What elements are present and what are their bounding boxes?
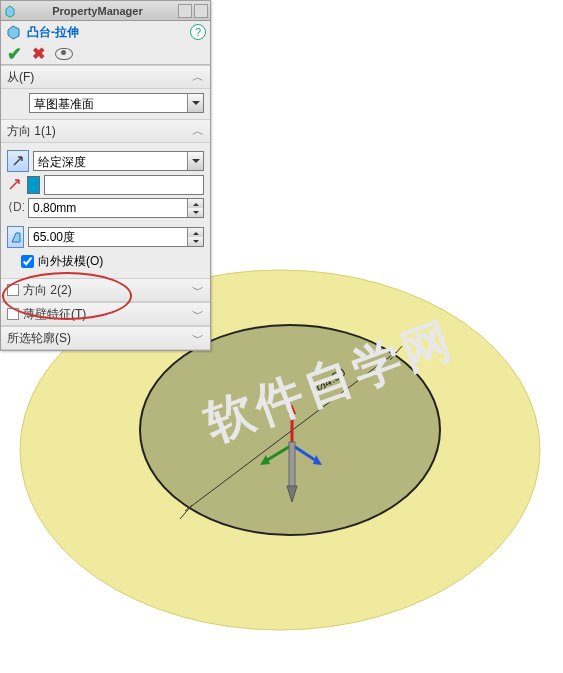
draft-angle-field[interactable] — [28, 227, 204, 247]
spin-up-button[interactable] — [188, 228, 203, 237]
direction-ref-input[interactable] — [45, 176, 203, 194]
direction-ref-field[interactable] — [44, 175, 204, 195]
feature-title-row: 凸台-拉伸 ? — [1, 21, 210, 43]
svg-marker-14 — [8, 26, 19, 39]
thin-label: 薄壁特征(T) — [23, 306, 86, 323]
preview-icon[interactable] — [55, 48, 73, 60]
svg-rect-11 — [289, 442, 295, 487]
draft-outward-label: 向外拔模(O) — [38, 253, 103, 270]
chevron-down-icon: ﹀ — [192, 282, 204, 299]
end-condition-value: 给定深度 — [34, 152, 187, 170]
chevron-down-icon: ﹀ — [192, 306, 204, 323]
chevron-down-icon: ﹀ — [192, 330, 204, 347]
spin-up-button[interactable] — [188, 199, 203, 208]
svg-marker-13 — [6, 6, 14, 17]
help-icon[interactable]: ? — [190, 24, 206, 40]
feature-cube-icon — [3, 4, 17, 18]
draft-outward-checkbox[interactable] — [21, 255, 34, 268]
chevron-up-icon: ︿ — [192, 69, 204, 86]
section-head-dir1[interactable]: 方向 1(1) ︿ — [1, 119, 210, 143]
spin-down-button[interactable] — [188, 208, 203, 217]
end-condition-dropdown[interactable]: 给定深度 — [33, 151, 204, 171]
section-head-dir2[interactable]: 方向 2(2) ﹀ — [1, 278, 210, 302]
chevron-down-icon[interactable] — [187, 152, 203, 170]
section-head-contours[interactable]: 所选轮廓(S) ﹀ — [1, 326, 210, 350]
depth-field[interactable] — [28, 198, 204, 218]
cancel-button[interactable]: ✖ — [32, 46, 45, 62]
svg-marker-16 — [12, 233, 20, 242]
chevron-up-icon: ︿ — [192, 123, 204, 140]
from-dropdown[interactable]: 草图基准面 — [29, 93, 204, 113]
section-head-thin[interactable]: 薄壁特征(T) ﹀ — [1, 302, 210, 326]
direction-arrow-icon — [7, 176, 23, 195]
pm-title: PropertyManager — [19, 5, 176, 17]
thin-enable-checkbox[interactable] — [7, 308, 19, 320]
property-manager-panel: PropertyManager 凸台-拉伸 ? ✔ ✖ 从(F) ︿ 草图基准面… — [0, 0, 211, 351]
chevron-down-icon[interactable] — [187, 94, 203, 112]
pushpin-icon[interactable] — [178, 4, 192, 18]
expand-icon[interactable] — [194, 4, 208, 18]
depth-input[interactable] — [29, 199, 187, 217]
from-dropdown-value: 草图基准面 — [30, 94, 187, 112]
dir1-label: 方向 1(1) — [7, 123, 56, 140]
extrude-icon — [5, 22, 23, 43]
draft-angle-input[interactable] — [29, 228, 187, 246]
dir2-enable-checkbox[interactable] — [7, 284, 19, 296]
spin-down-button[interactable] — [188, 237, 203, 246]
reverse-direction-button[interactable] — [7, 150, 29, 172]
direction-selection-box[interactable] — [27, 176, 40, 194]
feature-name: 凸台-拉伸 — [27, 24, 79, 41]
depth-icon: ⟨D1 — [7, 199, 24, 218]
svg-point-1 — [140, 325, 440, 535]
svg-text:⟨D1: ⟨D1 — [8, 200, 24, 214]
pm-header: PropertyManager — [1, 1, 210, 21]
contours-label: 所选轮廓(S) — [7, 330, 71, 347]
ok-button[interactable]: ✔ — [7, 45, 22, 63]
section-head-from[interactable]: 从(F) ︿ — [1, 65, 210, 89]
draft-outward-checkbox-row[interactable]: 向外拔模(O) — [7, 251, 204, 272]
from-label: 从(F) — [7, 69, 34, 86]
dir2-label: 方向 2(2) — [23, 282, 72, 299]
draft-button[interactable] — [7, 226, 24, 248]
confirm-row: ✔ ✖ — [1, 43, 210, 65]
